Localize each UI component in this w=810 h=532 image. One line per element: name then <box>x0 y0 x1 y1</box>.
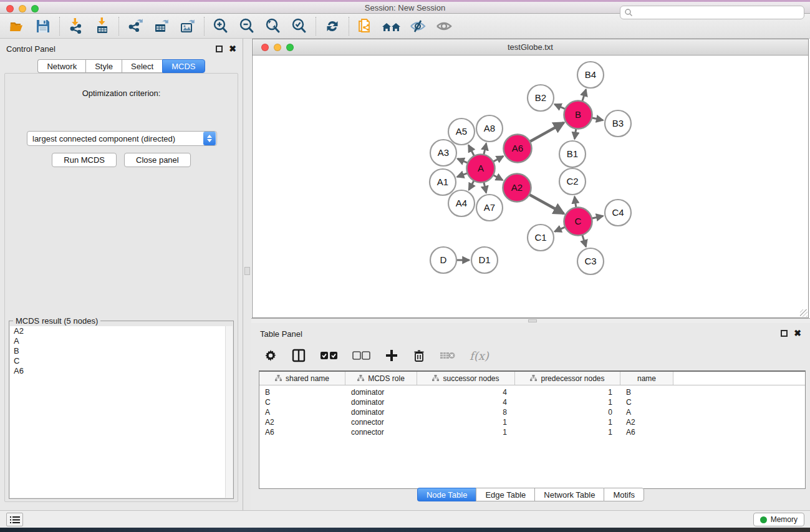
delete-table-icon[interactable] <box>440 350 456 361</box>
split-columns-icon[interactable] <box>291 348 306 363</box>
node-table-header: shared name MCDS role successor nodes pr… <box>259 372 805 385</box>
memory-status-icon <box>760 516 767 523</box>
zoom-fit-icon[interactable] <box>260 15 286 37</box>
show-eye-icon[interactable] <box>431 15 457 37</box>
task-history-button[interactable] <box>6 513 23 526</box>
window-resize-grip[interactable] <box>800 309 808 317</box>
result-item[interactable]: B <box>10 346 233 356</box>
window-controls[interactable] <box>6 5 39 12</box>
minimize-window-icon[interactable] <box>19 5 26 12</box>
select-stepper-icon[interactable] <box>203 132 216 145</box>
mcds-result-list[interactable]: A2 A B C A6 <box>10 326 233 498</box>
table-panel: Table Panel ✖ f(x) <box>251 323 810 510</box>
float-panel-icon[interactable] <box>216 46 223 52</box>
graph-node-label-C4: C4 <box>612 207 624 218</box>
network-canvas[interactable]: B4B2BB3A5A8A6B1A3AC2A1A2A4A7C4CC1C3DD1 <box>253 56 808 317</box>
result-item[interactable]: A2 <box>10 326 233 336</box>
import-network-icon[interactable] <box>63 15 89 37</box>
gear-icon[interactable] <box>264 349 277 362</box>
tab-network-table[interactable]: Network Table <box>534 488 604 501</box>
select-all-columns-icon[interactable] <box>320 351 339 360</box>
home-icon[interactable] <box>378 15 405 37</box>
run-mcds-button[interactable]: Run MCDS <box>52 153 117 167</box>
zoom-in-icon[interactable] <box>208 15 234 37</box>
tab-select[interactable]: Select <box>122 59 162 73</box>
unselect-all-columns-icon[interactable] <box>352 351 371 360</box>
result-scrollbar[interactable] <box>225 326 233 498</box>
zoom-view-icon[interactable] <box>286 44 294 51</box>
zoom-selected-icon[interactable] <box>286 15 312 37</box>
sitemap-icon <box>275 375 282 382</box>
search-icon <box>624 8 633 17</box>
table-row[interactable]: C dominator 4 1 C <box>259 397 805 407</box>
result-item[interactable]: A6 <box>10 366 233 376</box>
add-column-icon[interactable] <box>385 349 398 362</box>
clone-network-icon[interactable] <box>352 15 378 37</box>
save-session-icon[interactable] <box>30 15 56 37</box>
tab-network[interactable]: Network <box>37 59 85 73</box>
toolbar-separator <box>316 17 316 36</box>
search-field[interactable] <box>620 6 804 19</box>
sitemap-icon <box>357 375 364 382</box>
zoom-out-icon[interactable] <box>234 15 260 37</box>
open-file-icon[interactable] <box>4 15 30 37</box>
close-panel-button[interactable]: Close panel <box>124 153 191 167</box>
status-bar: Memory <box>0 510 810 528</box>
column-header-predecessor-nodes[interactable]: predecessor nodes <box>515 372 620 385</box>
node-table[interactable]: shared name MCDS role successor nodes pr… <box>259 370 806 489</box>
tab-node-table[interactable]: Node Table <box>417 488 476 501</box>
graph-node-label-A1: A1 <box>437 177 448 187</box>
result-item[interactable]: C <box>10 356 233 366</box>
graph-node-label-B: B <box>575 109 581 120</box>
divider-handle[interactable] <box>244 267 250 275</box>
minimize-view-icon[interactable] <box>274 44 281 51</box>
close-view-icon[interactable] <box>261 44 269 51</box>
close-window-icon[interactable] <box>6 5 14 12</box>
horizontal-split-divider[interactable] <box>251 318 810 323</box>
network-window-titlebar[interactable]: testGlobe.txt <box>253 39 808 56</box>
graph-node-label-B1: B1 <box>567 148 578 159</box>
table-row[interactable]: A6 connector 1 1 A6 <box>259 427 805 437</box>
divider-handle[interactable] <box>528 319 537 322</box>
refresh-icon[interactable] <box>319 15 345 37</box>
vertical-split-divider[interactable] <box>243 39 251 510</box>
tab-mcds[interactable]: MCDS <box>162 59 205 73</box>
float-table-panel-icon[interactable] <box>781 330 788 337</box>
function-builder-icon[interactable]: f(x) <box>470 349 489 362</box>
import-table-icon[interactable] <box>89 15 115 37</box>
column-header-successor-nodes[interactable]: successor nodes <box>417 372 515 385</box>
optimization-criterion-select[interactable]: largest connected component (directed) <box>27 131 217 146</box>
memory-label: Memory <box>771 515 798 524</box>
delete-column-icon[interactable] <box>412 349 426 362</box>
graph-node-label-A4: A4 <box>456 198 467 208</box>
memory-button[interactable]: Memory <box>753 513 804 526</box>
result-item[interactable]: A <box>10 336 233 346</box>
column-header-shared-name[interactable]: shared name <box>259 372 345 385</box>
network-window-controls[interactable] <box>261 44 294 51</box>
hide-eye-icon[interactable] <box>405 15 431 37</box>
search-input[interactable] <box>635 8 800 17</box>
table-row[interactable]: A2 connector 1 1 A2 <box>259 417 805 427</box>
graph-node-label-A5: A5 <box>456 126 467 137</box>
column-header-mcds-role[interactable]: MCDS role <box>345 372 417 385</box>
graph-node-label-B2: B2 <box>535 92 546 103</box>
table-row[interactable]: A dominator 8 0 A <box>259 407 805 417</box>
tab-motifs[interactable]: Motifs <box>604 488 644 501</box>
network-desktop: testGlobe.txt B4B2BB3A5A8A6B1A3AC2A1A2A4… <box>251 39 810 323</box>
export-table-icon[interactable] <box>148 15 175 37</box>
column-header-name[interactable]: name <box>620 372 673 385</box>
table-row[interactable]: B dominator 4 1 B <box>259 387 805 397</box>
sitemap-icon <box>432 375 439 382</box>
graph-node-label-C: C <box>575 216 582 226</box>
close-table-panel-icon[interactable]: ✖ <box>794 330 801 337</box>
graph-node-label-A7: A7 <box>484 202 495 213</box>
close-panel-icon[interactable]: ✖ <box>229 46 236 52</box>
export-image-icon[interactable] <box>175 15 201 37</box>
export-network-icon[interactable] <box>122 15 148 37</box>
tab-style[interactable]: Style <box>85 59 122 73</box>
network-view-window[interactable]: testGlobe.txt B4B2BB3A5A8A6B1A3AC2A1A2A4… <box>252 39 809 318</box>
toolbar-separator <box>349 17 349 36</box>
tab-edge-table[interactable]: Edge Table <box>476 488 534 501</box>
zoom-window-icon[interactable] <box>31 5 39 12</box>
graph-node-label-D: D <box>440 254 447 265</box>
